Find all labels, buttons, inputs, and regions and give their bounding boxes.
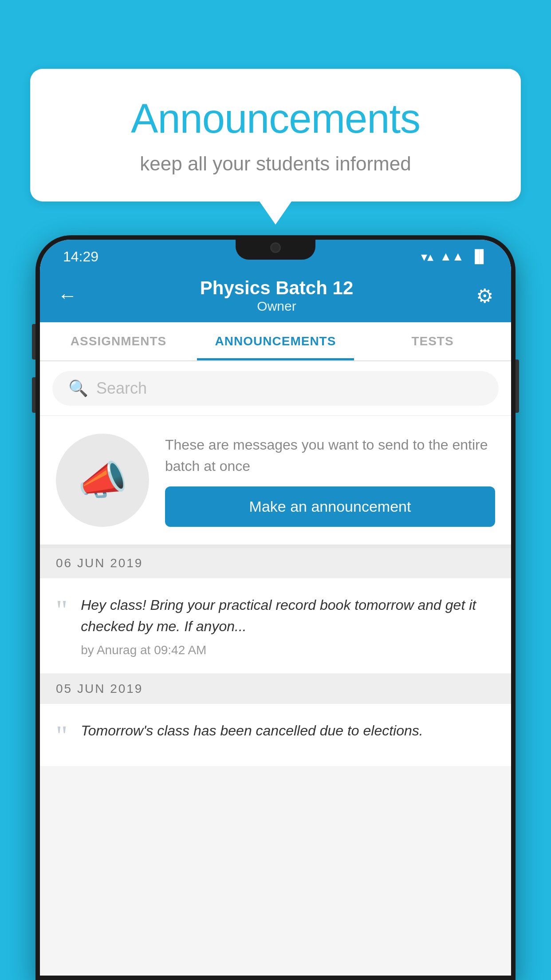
phone-container: 14:29 ▾▴ ▲▲ ▐▌ ← Physics Batch 12 Owner …	[35, 235, 516, 980]
tab-assignments[interactable]: ASSIGNMENTS	[40, 322, 197, 360]
phone-notch-area	[35, 235, 516, 280]
quote-icon-2: "	[56, 722, 67, 750]
announcement-item-2: " Tomorrow's class has been cancelled du…	[40, 704, 511, 766]
phone-screen: 14:29 ▾▴ ▲▲ ▐▌ ← Physics Batch 12 Owner …	[40, 240, 511, 976]
announcement-meta-1: by Anurag at 09:42 AM	[81, 643, 495, 657]
announcement-content-2: Tomorrow's class has been cancelled due …	[81, 720, 495, 747]
search-placeholder: Search	[96, 379, 147, 398]
volume-down-button	[32, 377, 35, 413]
quote-icon-1: "	[56, 596, 67, 624]
header-title: Physics Batch 12	[77, 277, 476, 299]
header-subtitle: Owner	[77, 299, 476, 314]
date-separator-2: 05 JUN 2019	[40, 674, 511, 704]
speech-bubble-card: Announcements keep all your students inf…	[30, 69, 521, 202]
front-camera	[270, 242, 281, 253]
back-button[interactable]: ←	[58, 285, 77, 307]
tab-tests[interactable]: TESTS	[354, 322, 511, 360]
phone-frame: 14:29 ▾▴ ▲▲ ▐▌ ← Physics Batch 12 Owner …	[35, 235, 516, 980]
date-separator-1: 06 JUN 2019	[40, 548, 511, 578]
make-announcement-button[interactable]: Make an announcement	[165, 486, 495, 527]
search-input-wrapper[interactable]: 🔍 Search	[52, 371, 499, 406]
volume-up-button	[32, 324, 35, 360]
phone-notch	[236, 235, 315, 260]
megaphone-icon: 📣	[78, 457, 127, 504]
bubble-title: Announcements	[61, 95, 490, 142]
power-button	[516, 360, 519, 413]
speech-bubble-tail	[260, 202, 291, 225]
tab-announcements[interactable]: ANNOUNCEMENTS	[197, 322, 354, 360]
announcement-intro-right: These are messages you want to send to t…	[165, 434, 495, 527]
settings-icon[interactable]: ⚙	[476, 285, 493, 307]
announcement-item-1: " Hey class! Bring your practical record…	[40, 578, 511, 674]
announcement-icon-circle: 📣	[56, 434, 149, 527]
search-container: 🔍 Search	[40, 361, 511, 416]
search-icon: 🔍	[68, 379, 88, 398]
announcement-intro: 📣 These are messages you want to send to…	[40, 416, 511, 548]
tabs-container: ASSIGNMENTS ANNOUNCEMENTS TESTS	[40, 322, 511, 361]
announcement-message-1: Hey class! Bring your practical record b…	[81, 594, 495, 637]
bubble-subtitle: keep all your students informed	[61, 153, 490, 175]
speech-bubble-section: Announcements keep all your students inf…	[30, 69, 521, 225]
announcement-content-1: Hey class! Bring your practical record b…	[81, 594, 495, 657]
announcement-intro-description: These are messages you want to send to t…	[165, 434, 495, 477]
header-title-group: Physics Batch 12 Owner	[77, 277, 476, 314]
announcement-message-2: Tomorrow's class has been cancelled due …	[81, 720, 495, 741]
